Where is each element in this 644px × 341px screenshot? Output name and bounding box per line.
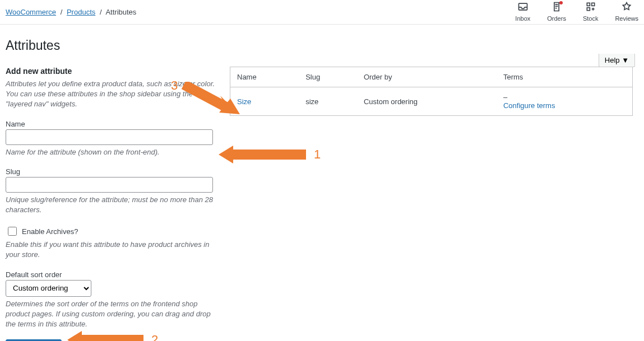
orders-button[interactable]: Orders — [547, 1, 566, 22]
sort-order-hint: Determines the sort order of the terms o… — [6, 299, 219, 330]
breadcrumb-current: Attributes — [105, 8, 136, 16]
inbox-label: Inbox — [515, 15, 530, 22]
attributes-table: Name Slug Order by Terms Size size Custo… — [230, 67, 633, 116]
th-terms: Terms — [497, 67, 633, 87]
orders-notification-dot — [559, 1, 563, 4]
reviews-button[interactable]: Reviews — [615, 1, 638, 22]
slug-label: Slug — [6, 167, 219, 176]
attribute-orderby-cell: Custom ordering — [357, 87, 497, 116]
svg-rect-2 — [591, 3, 594, 6]
inbox-icon — [517, 1, 529, 14]
add-attribute-intro: Attributes let you define extra product … — [6, 79, 219, 110]
enable-archives-hint: Enable this if you want this attribute t… — [6, 240, 219, 260]
attribute-terms-dash: – — [503, 93, 507, 101]
th-slug: Slug — [299, 67, 357, 87]
sort-order-select[interactable]: Custom ordering — [6, 280, 91, 297]
enable-archives-label: Enable Archives? — [22, 227, 78, 236]
name-input[interactable] — [6, 129, 213, 145]
page-title: Attributes — [6, 38, 633, 53]
breadcrumb-woocommerce[interactable]: WooCommerce — [6, 8, 56, 16]
th-name: Name — [230, 67, 299, 87]
table-row: Size size Custom ordering – Configure te… — [230, 87, 633, 116]
breadcrumb-separator: / — [100, 8, 102, 16]
name-label: Name — [6, 120, 219, 128]
configure-terms-link[interactable]: Configure terms — [503, 101, 555, 110]
enable-archives-checkbox[interactable] — [8, 227, 17, 236]
help-toggle[interactable]: Help ▼ — [599, 54, 635, 67]
breadcrumb: WooCommerce / Products / Attributes — [6, 0, 136, 16]
slug-input[interactable] — [6, 177, 213, 193]
add-attribute-header: Add new attribute — [6, 67, 219, 76]
th-orderby: Order by — [357, 67, 497, 87]
stock-button[interactable]: Stock — [583, 1, 599, 22]
inbox-button[interactable]: Inbox — [515, 1, 530, 22]
sort-order-label: Default sort order — [6, 270, 219, 279]
name-hint: Name for the attribute (shown on the fro… — [6, 147, 219, 157]
breadcrumb-products[interactable]: Products — [67, 8, 95, 16]
attribute-slug-cell: size — [299, 87, 357, 116]
reviews-label: Reviews — [615, 15, 638, 22]
reviews-icon — [621, 1, 632, 14]
orders-label: Orders — [547, 15, 566, 22]
svg-rect-3 — [587, 8, 590, 11]
slug-hint: Unique slug/reference for the attribute;… — [6, 195, 219, 215]
svg-rect-1 — [587, 3, 590, 6]
stock-label: Stock — [583, 15, 599, 22]
breadcrumb-separator: / — [61, 8, 63, 16]
attribute-name-link[interactable]: Size — [237, 97, 251, 106]
stock-icon — [585, 1, 596, 14]
